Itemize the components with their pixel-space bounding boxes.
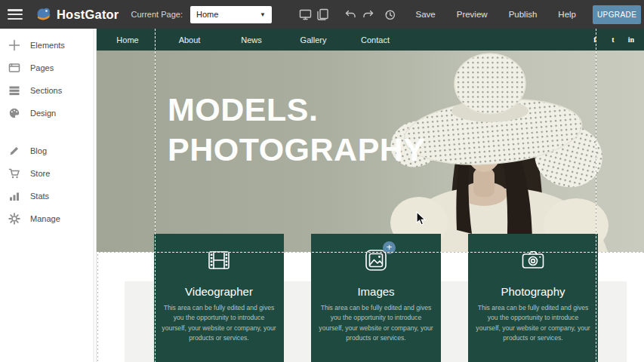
film-strip-icon	[205, 247, 233, 274]
card-title[interactable]: Photography	[468, 285, 598, 298]
page-select-dropdown[interactable]: Home ▼	[190, 6, 272, 23]
sidebar-group-divider	[0, 124, 96, 140]
site-preview-canvas: Home About News Gallery Contact f t in	[97, 29, 644, 362]
current-page-label: Current Page:	[131, 10, 182, 19]
sidebar-item-blog[interactable]: Blog	[0, 140, 96, 162]
hero-headline-line2: PHOTOGRAPHY	[168, 130, 426, 170]
sidebar-item-label: Blog	[30, 146, 47, 155]
preview-button[interactable]: Preview	[446, 10, 498, 19]
twitter-icon[interactable]: t	[607, 35, 619, 44]
card-body-text[interactable]: This area can be fully edited and gives …	[319, 303, 433, 343]
sidebar-item-design[interactable]: Design	[0, 102, 96, 124]
shopping-cart-icon	[8, 167, 20, 179]
card-title[interactable]: Videographer	[154, 285, 284, 298]
brand-name: HostGator	[57, 8, 119, 22]
sidebar-item-label: Manage	[30, 214, 60, 223]
hostgator-logo: HostGator	[35, 5, 119, 23]
sidebar-item-elements[interactable]: Elements	[0, 34, 96, 57]
sidebar-item-manage[interactable]: Manage	[0, 207, 96, 230]
facebook-icon[interactable]: f	[589, 35, 601, 44]
sidebar-item-label: Elements	[30, 41, 65, 50]
card-body-text[interactable]: This area can be fully edited and gives …	[476, 303, 590, 343]
gator-icon	[35, 5, 53, 23]
sidebar-item-pages[interactable]: Pages	[0, 57, 96, 79]
sidebar-item-sections[interactable]: Sections	[0, 79, 96, 102]
site-nav-home[interactable]: Home	[97, 35, 159, 44]
plus-icon	[8, 39, 20, 51]
card-images[interactable]: + Images This area can be fully edited a…	[311, 234, 441, 362]
hero-section[interactable]: MODELS. PHOTOGRAPHY	[97, 51, 644, 252]
hero-photo-woman-in-hat	[387, 51, 644, 252]
sidebar-item-stats[interactable]: Stats	[0, 185, 96, 207]
card-videographer[interactable]: Videographer This area can be fully edit…	[154, 234, 284, 362]
help-button[interactable]: Help	[547, 10, 587, 19]
redo-icon[interactable]	[362, 8, 374, 21]
site-nav-contact[interactable]: Contact	[344, 35, 406, 44]
publish-button[interactable]: Publish	[498, 10, 548, 19]
gear-icon	[8, 213, 20, 225]
hero-headline[interactable]: MODELS. PHOTOGRAPHY	[168, 90, 426, 170]
mobile-preview-icon[interactable]	[316, 8, 329, 21]
page-select-value: Home	[196, 10, 218, 19]
hero-headline-line1: MODELS.	[168, 90, 426, 130]
save-button[interactable]: Save	[405, 10, 446, 19]
pencil-icon	[8, 145, 20, 157]
selection-guide-section-left-edge	[97, 252, 98, 362]
sidebar-item-label: Store	[30, 169, 50, 178]
sidebar-item-label: Stats	[30, 192, 49, 201]
browser-window-icon	[8, 62, 20, 74]
undo-icon[interactable]	[344, 8, 357, 21]
chevron-down-icon: ▼	[260, 11, 266, 18]
hamburger-icon[interactable]	[8, 9, 23, 20]
card-body-text[interactable]: This area can be fully edited and gives …	[162, 303, 276, 343]
sidebar-item-label: Design	[30, 109, 56, 118]
card-title[interactable]: Images	[311, 285, 441, 298]
site-nav-about[interactable]: About	[159, 35, 220, 44]
toolbar-actions: Save Preview Publish Help UPGRADE	[299, 5, 644, 24]
site-navbar: Home About News Gallery Contact f t in	[97, 29, 644, 51]
camera-icon	[519, 247, 547, 274]
desktop-preview-icon[interactable]	[299, 8, 312, 21]
sidebar-item-store[interactable]: Store	[0, 162, 96, 185]
sidebar-item-label: Pages	[30, 63, 54, 72]
card-photography[interactable]: Photography This area can be fully edite…	[468, 234, 598, 362]
history-icon[interactable]	[384, 8, 396, 21]
sidebar-item-label: Sections	[30, 86, 62, 95]
images-icon: +	[362, 247, 390, 274]
site-nav-news[interactable]: News	[220, 35, 282, 44]
linkedin-icon[interactable]: in	[625, 35, 637, 44]
site-nav-gallery[interactable]: Gallery	[282, 35, 344, 44]
palette-icon	[8, 107, 20, 119]
stacked-sections-icon	[8, 84, 20, 97]
builder-window: HostGator Current Page: Home ▼	[0, 0, 644, 362]
bar-chart-icon	[8, 190, 20, 202]
upgrade-button[interactable]: UPGRADE	[593, 5, 641, 24]
top-toolbar: HostGator Current Page: Home ▼	[0, 0, 644, 29]
builder-sidebar: Elements Pages Sections Design	[0, 29, 97, 362]
add-image-button[interactable]: +	[383, 241, 396, 254]
social-links: f t in	[583, 35, 644, 44]
